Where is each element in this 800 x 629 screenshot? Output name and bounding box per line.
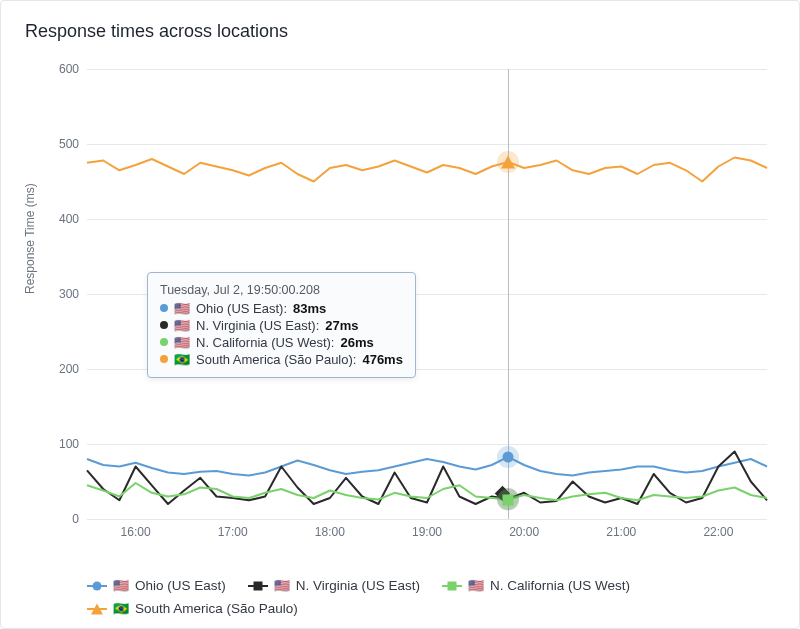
tooltip-value: 27ms <box>325 318 358 333</box>
highlight-point <box>501 156 515 169</box>
tooltip-row: 🇺🇸N. Virginia (US East): 27ms <box>160 318 403 333</box>
tooltip-label: South America (São Paulo): <box>196 352 356 367</box>
legend-label: Ohio (US East) <box>135 578 226 593</box>
flag-us-icon: 🇺🇸 <box>113 579 129 592</box>
x-tick-label: 21:00 <box>606 519 636 539</box>
chart-plot-area[interactable]: 010020030040050060016:0017:0018:0019:002… <box>87 69 767 519</box>
tooltip-label: Ohio (US East): <box>196 301 287 316</box>
legend-item-southamerica[interactable]: 🇧🇷South America (São Paulo) <box>87 601 298 616</box>
tooltip-row: 🇧🇷South America (São Paulo): 476ms <box>160 352 403 367</box>
y-tick-label: 0 <box>47 512 87 526</box>
flag-br-icon: 🇧🇷 <box>174 353 190 366</box>
flag-us-icon: 🇺🇸 <box>174 302 190 315</box>
legend-label: South America (São Paulo) <box>135 601 298 616</box>
x-tick-label: 18:00 <box>315 519 345 539</box>
series-dot-icon <box>160 338 168 346</box>
y-tick-label: 300 <box>47 287 87 301</box>
legend-item-ncalifornia[interactable]: 🇺🇸N. California (US West) <box>442 578 630 593</box>
y-tick-label: 100 <box>47 437 87 451</box>
y-tick-label: 600 <box>47 62 87 76</box>
tooltip-header: Tuesday, Jul 2, 19:50:00.208 <box>160 283 403 297</box>
highlight-point <box>502 451 513 462</box>
flag-br-icon: 🇧🇷 <box>113 602 129 615</box>
tooltip-value: 26ms <box>340 335 373 350</box>
x-tick-label: 20:00 <box>509 519 539 539</box>
tooltip-row: 🇺🇸N. California (US West): 26ms <box>160 335 403 350</box>
legend-swatch-icon <box>87 580 107 592</box>
highlight-point <box>502 494 513 505</box>
x-tick-label: 22:00 <box>703 519 733 539</box>
flag-us-icon: 🇺🇸 <box>468 579 484 592</box>
legend-item-ohio[interactable]: 🇺🇸Ohio (US East) <box>87 578 226 593</box>
y-tick-label: 400 <box>47 212 87 226</box>
grid-line <box>87 144 767 145</box>
legend-swatch-icon <box>442 580 462 592</box>
x-tick-label: 17:00 <box>218 519 248 539</box>
chart-tooltip: Tuesday, Jul 2, 19:50:00.208🇺🇸Ohio (US E… <box>147 272 416 378</box>
series-dot-icon <box>160 304 168 312</box>
grid-line <box>87 219 767 220</box>
tooltip-value: 476ms <box>362 352 402 367</box>
chart-legend: 🇺🇸Ohio (US East)🇺🇸N. Virginia (US East)🇺… <box>87 578 775 616</box>
tooltip-row: 🇺🇸Ohio (US East): 83ms <box>160 301 403 316</box>
grid-line <box>87 69 767 70</box>
grid-line <box>87 444 767 445</box>
series-dot-icon <box>160 355 168 363</box>
series-line <box>87 158 767 182</box>
tooltip-value: 83ms <box>293 301 326 316</box>
y-tick-label: 200 <box>47 362 87 376</box>
y-tick-label: 500 <box>47 137 87 151</box>
legend-item-nvirginia[interactable]: 🇺🇸N. Virginia (US East) <box>248 578 420 593</box>
chart-card: Response times across locations Response… <box>0 0 800 629</box>
legend-swatch-icon <box>87 603 107 615</box>
chart-title: Response times across locations <box>1 1 799 42</box>
flag-us-icon: 🇺🇸 <box>174 319 190 332</box>
legend-swatch-icon <box>248 580 268 592</box>
series-line <box>87 457 767 476</box>
x-tick-label: 19:00 <box>412 519 442 539</box>
flag-us-icon: 🇺🇸 <box>174 336 190 349</box>
y-axis-title: Response Time (ms) <box>23 183 37 294</box>
legend-label: N. California (US West) <box>490 578 630 593</box>
flag-us-icon: 🇺🇸 <box>274 579 290 592</box>
legend-label: N. Virginia (US East) <box>296 578 420 593</box>
x-tick-label: 16:00 <box>121 519 151 539</box>
tooltip-label: N. California (US West): <box>196 335 334 350</box>
series-dot-icon <box>160 321 168 329</box>
tooltip-label: N. Virginia (US East): <box>196 318 319 333</box>
